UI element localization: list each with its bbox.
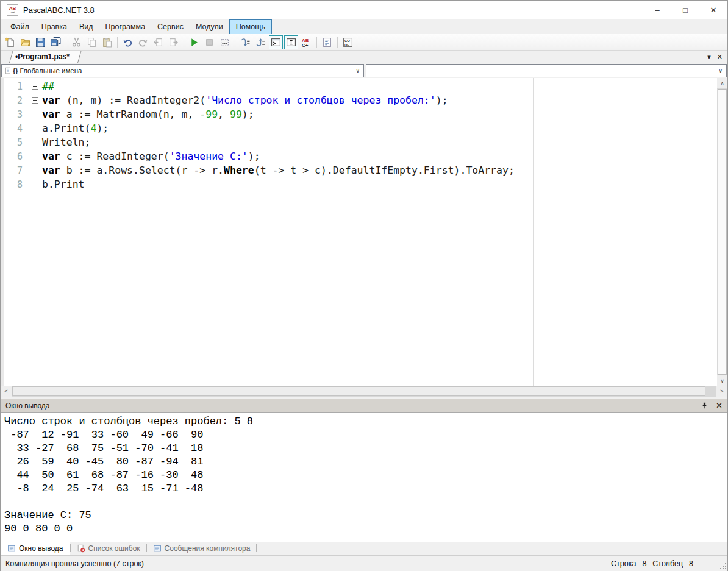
code-editor[interactable]: 1##2var (n, m) := ReadInteger2('Число ст…: [1, 78, 727, 386]
toolbar-separator: [184, 37, 184, 48]
tab-list-arrow-icon[interactable]: ▾: [707, 53, 711, 61]
open-file-icon: [20, 37, 30, 48]
app-logo-icon: AB .net: [7, 4, 18, 16]
horizontal-scroll-thumb[interactable]: [12, 386, 705, 396]
output-line: 33 -27 68 75 -51 -70 -41 18: [4, 442, 727, 455]
line-number: 8: [4, 179, 30, 190]
code-line-1[interactable]: 1##: [4, 79, 717, 93]
code-line-7[interactable]: 7var b := a.Rows.Select(r -> r.Where(t -…: [4, 163, 717, 177]
column-number-value: 8: [689, 559, 693, 568]
line-number: 2: [4, 95, 30, 106]
code-templates-icon: CODE: [343, 37, 353, 48]
scroll-right-icon[interactable]: >: [716, 386, 727, 397]
chevron-down-icon[interactable]: ∨: [355, 68, 361, 74]
scroll-left-icon[interactable]: <: [1, 386, 12, 397]
output-line: 90 0 80 0 0: [4, 522, 727, 536]
code-templates-button[interactable]: CODE: [341, 35, 355, 49]
navigator-row: {} Глобальные имена ∨ ∨: [1, 63, 727, 78]
insert-mode-icon: [286, 37, 296, 48]
scroll-down-icon[interactable]: ∨: [717, 375, 727, 386]
fold-collapse-icon[interactable]: [30, 79, 40, 93]
next-location-icon: [168, 37, 179, 48]
toolbar-separator: [235, 37, 235, 48]
output-line: 26 59 40 -45 80 -87 -94 81: [4, 455, 727, 469]
code-line-8[interactable]: 8b.Print: [4, 177, 717, 191]
code-line-5[interactable]: 5Writeln;: [4, 135, 717, 149]
output-panel-title: Окно вывода: [5, 402, 50, 410]
show-console-button[interactable]: [269, 35, 283, 49]
code-text: var (n, m) := ReadInteger2('Число строк …: [40, 94, 448, 106]
code-lines[interactable]: 1##2var (n, m) := ReadInteger2('Число ст…: [4, 79, 717, 191]
vertical-scroll-thumb[interactable]: [718, 89, 727, 375]
menu-item-Модули[interactable]: Модули: [190, 19, 229, 34]
panel-tab-label: Окно вывода: [19, 544, 63, 553]
document-tab-bar: •Program1.pas* ▾ ✕: [1, 51, 727, 63]
save-all-button[interactable]: [49, 35, 63, 49]
step-into-icon: [255, 37, 266, 48]
editor-vertical-scrollbar[interactable]: ∧ ∨: [717, 78, 727, 386]
menu-item-Вид[interactable]: Вид: [73, 19, 99, 34]
output-line: [4, 495, 727, 509]
undo-icon: [123, 37, 133, 48]
messages-icon: [153, 544, 162, 553]
code-completion-button[interactable]: ABC+: [299, 35, 313, 49]
stop-icon: [204, 37, 215, 48]
save-file-button[interactable]: [34, 35, 48, 49]
open-file-button[interactable]: [18, 35, 32, 49]
text-cursor: [85, 179, 86, 190]
panel-tab-Список ошибок[interactable]: Список ошибок: [71, 542, 146, 555]
menu-bar: ФайлПравкаВидПрограммаСервисМодулиПомощь: [1, 19, 727, 34]
toolbar-separator: [66, 37, 66, 48]
new-file-button[interactable]: [3, 35, 17, 49]
resize-grip[interactable]: [720, 563, 726, 569]
run-parameters-icon: [219, 37, 230, 48]
line-number: 5: [4, 137, 30, 148]
tab-program1[interactable]: •Program1.pas*: [9, 51, 78, 63]
code-line-2[interactable]: 2var (n, m) := ReadInteger2('Число строк…: [4, 93, 717, 107]
save-file-icon: [35, 37, 46, 48]
fold-guide: [30, 177, 40, 191]
unit-icon: [4, 67, 12, 74]
menu-item-Сервис[interactable]: Сервис: [151, 19, 190, 34]
step-over-button[interactable]: [238, 35, 252, 49]
pin-icon[interactable]: [701, 402, 708, 410]
menu-item-Правка[interactable]: Правка: [35, 19, 73, 34]
fold-collapse-icon[interactable]: [30, 93, 40, 107]
compile-status-message: Компиляция прошла успешно (7 строк): [5, 559, 144, 568]
fold-guide: [30, 121, 40, 135]
output-line: -8 24 25 -74 63 15 -71 -48: [4, 482, 727, 495]
maximize-button[interactable]: □: [671, 1, 699, 19]
run-button[interactable]: [187, 35, 201, 49]
chevron-down-icon[interactable]: ∨: [718, 68, 724, 74]
braces-icon: {}: [13, 67, 18, 74]
redo-button: [136, 35, 150, 49]
tab-close-icon[interactable]: ✕: [717, 53, 723, 61]
editor-horizontal-scrollbar[interactable]: < >: [1, 386, 727, 397]
code-line-3[interactable]: 3var a := MatrRandom(n, m, -99, 99);: [4, 107, 717, 121]
step-over-icon: [240, 37, 251, 48]
format-code-button[interactable]: [320, 35, 334, 49]
undo-button[interactable]: [121, 35, 135, 49]
menu-item-Программа[interactable]: Программа: [99, 19, 152, 34]
step-into-button[interactable]: [254, 35, 268, 49]
paste-button: [100, 35, 114, 49]
svg-text:C+: C+: [302, 42, 309, 47]
code-line-4[interactable]: 4a.Print(4);: [4, 121, 717, 135]
panel-tab-Окно вывода[interactable]: Окно вывода: [1, 542, 70, 555]
scope-combobox[interactable]: {} Глобальные имена ∨: [1, 64, 364, 77]
menu-item-Файл[interactable]: Файл: [4, 19, 35, 34]
menu-item-Помощь[interactable]: Помощь: [229, 19, 272, 34]
panel-tab-label: Сообщения компилятора: [165, 544, 251, 553]
minimize-button[interactable]: –: [643, 1, 671, 19]
output-window[interactable]: Число строк и столбцов через пробел: 5 8…: [1, 413, 727, 542]
close-button[interactable]: ✕: [699, 1, 727, 19]
output-close-icon[interactable]: ✕: [716, 401, 723, 410]
code-text: ##: [40, 80, 54, 92]
panel-tab-Сообщения компилятора[interactable]: Сообщения компилятора: [147, 542, 257, 555]
run-parameters-button[interactable]: [218, 35, 232, 49]
insert-mode-button[interactable]: [284, 35, 298, 49]
scroll-up-icon[interactable]: ∧: [717, 78, 727, 88]
output-panel-header: Окно вывода ✕: [1, 399, 727, 413]
member-combobox[interactable]: ∨: [366, 64, 727, 77]
code-line-6[interactable]: 6var c := ReadInteger('Значение C:');: [4, 149, 717, 163]
